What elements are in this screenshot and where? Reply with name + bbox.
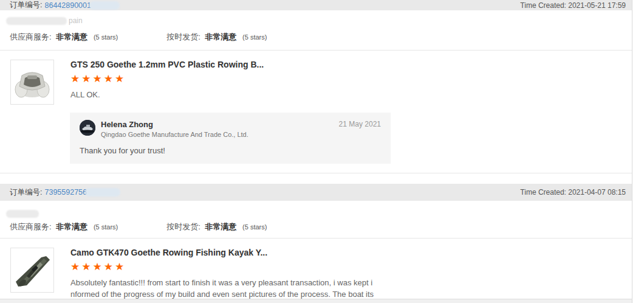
- supplier-service-label: 供应商服务:: [10, 32, 52, 41]
- replier-company: Qingdao Goethe Manufacture And Trade Co.…: [101, 131, 248, 138]
- reply-header: Helena Zhong Qingdao Goethe Manufacture …: [80, 120, 381, 138]
- on-time-delivery-value: 非常满意: [205, 222, 236, 231]
- buyer-name-redaction-blur: [6, 210, 39, 218]
- avatar-boat-image: [80, 120, 95, 136]
- camo-kayak-image: [13, 251, 51, 289]
- avatar: [80, 120, 95, 136]
- replier-name: Helena Zhong: [101, 120, 248, 129]
- on-time-delivery-value: 非常满意: [205, 32, 236, 41]
- order-number-label: 订单编号:: [10, 187, 42, 198]
- order-header: 订单编号: 86442890001 Time Created: 2021-05-…: [0, 0, 632, 10]
- buyer-name-redaction-blur: [6, 17, 67, 25]
- product-thumbnail[interactable]: [10, 60, 54, 105]
- replier-identity: Helena Zhong Qingdao Goethe Manufacture …: [101, 120, 248, 138]
- product-review-row: Camo GTK470 Goethe Rowing Fishing Kayak …: [10, 248, 632, 303]
- order-number-redaction-blur: [89, 1, 120, 10]
- order-number-label: 订单编号:: [10, 0, 42, 10]
- on-time-delivery-label: 按时发货:: [166, 222, 200, 231]
- product-title[interactable]: GTS 250 Goethe 1.2mm PVC Plastic Rowing …: [70, 60, 386, 69]
- supplier-service-stars: (5 stars): [94, 33, 118, 41]
- reply-date: 21 May 2021: [339, 120, 381, 138]
- order-number-link[interactable]: 7395592756: [44, 188, 87, 197]
- buyer-row: pain: [6, 16, 632, 25]
- supplier-reply-card: Helena Zhong Qingdao Goethe Manufacture …: [70, 113, 391, 164]
- product-review-content: Camo GTK470 Goethe Rowing Fishing Kayak …: [70, 248, 386, 303]
- order-header: 订单编号: 7395592756 Time Created: 2021-04-0…: [0, 184, 632, 201]
- on-time-delivery-rating: 按时发货: 非常满意 (5 stars): [166, 32, 267, 43]
- on-time-delivery-stars: (5 stars): [242, 33, 267, 41]
- product-thumbnail[interactable]: [10, 248, 54, 293]
- inflatable-boat-image: [13, 63, 51, 101]
- product-review-row: GTS 250 Goethe 1.2mm PVC Plastic Rowing …: [10, 60, 632, 105]
- time-created-text: Time Created: 2021-04-07 08:15: [520, 188, 626, 197]
- on-time-delivery-rating: 按时发货: 非常满意 (5 stars): [166, 221, 267, 232]
- ratings-row: 供应商服务: 非常满意 (5 stars) 按时发货: 非常满意 (5 star…: [10, 221, 632, 232]
- divider: [0, 238, 632, 239]
- supplier-service-value: 非常满意: [56, 32, 87, 41]
- divider: [0, 50, 632, 50]
- reviews-panel: 订单编号: 86442890001 Time Created: 2021-05-…: [0, 0, 632, 303]
- order-number-link[interactable]: 86442890001: [44, 1, 91, 10]
- ratings-row: 供应商服务: 非常满意 (5 stars) 按时发货: 非常满意 (5 star…: [10, 32, 632, 43]
- product-title[interactable]: Camo GTK470 Goethe Rowing Fishing Kayak …: [70, 248, 386, 257]
- supplier-service-rating: 供应商服务: 非常满意 (5 stars): [10, 32, 118, 43]
- review-star-rating: ★★★★★: [70, 262, 386, 272]
- product-review-content: GTS 250 Goethe 1.2mm PVC Plastic Rowing …: [70, 60, 386, 105]
- order-separator: [0, 173, 632, 173]
- buyer-review-text: ALL OK.: [70, 89, 386, 101]
- supplier-service-stars: (5 stars): [94, 223, 118, 231]
- on-time-delivery-label: 按时发货:: [166, 32, 200, 41]
- time-created-text: Time Created: 2021-05-21 17:59: [520, 1, 626, 10]
- order-number-redaction-blur: [85, 188, 120, 197]
- reply-text: Thank you for your trust!: [80, 146, 381, 155]
- buyer-row: [6, 209, 632, 218]
- supplier-service-rating: 供应商服务: 非常满意 (5 stars): [10, 221, 118, 232]
- supplier-service-label: 供应商服务:: [10, 222, 52, 231]
- supplier-service-value: 非常满意: [56, 222, 87, 231]
- next-order-header-partial: [0, 299, 632, 303]
- review-star-rating: ★★★★★: [70, 74, 386, 84]
- buyer-country-hint: pain: [69, 16, 83, 25]
- on-time-delivery-stars: (5 stars): [242, 223, 267, 231]
